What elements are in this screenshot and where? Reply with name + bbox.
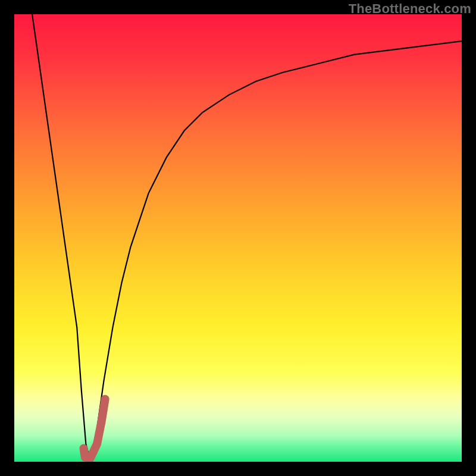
chart-frame: TheBottleneck.com (0, 0, 476, 476)
watermark-label: TheBottleneck.com (349, 1, 471, 17)
plot-area (14, 14, 462, 462)
chart-svg (14, 14, 462, 462)
